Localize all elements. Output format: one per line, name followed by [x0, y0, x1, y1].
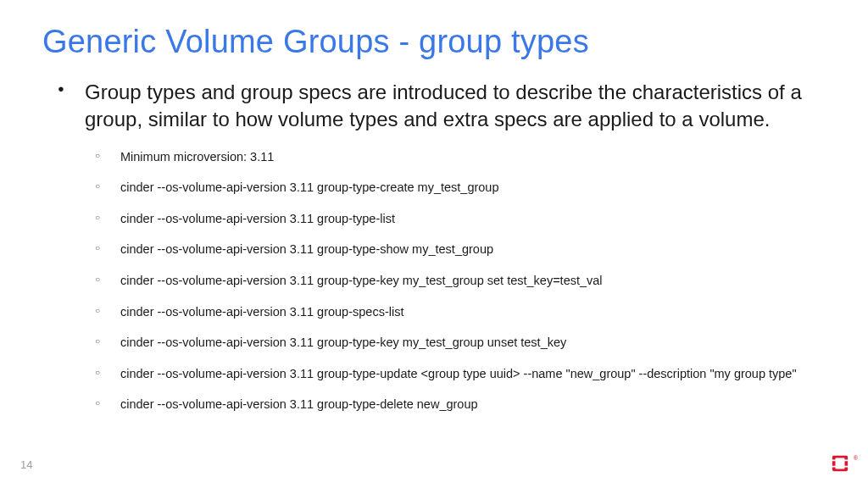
sub-bullet-item: cinder --os-volume-api-version 3.11 grou… [120, 180, 826, 197]
slide-container: Generic Volume Groups - group types Grou… [0, 0, 868, 488]
sub-bullet-item: cinder --os-volume-api-version 3.11 grou… [120, 211, 826, 228]
sub-bullet-item: cinder --os-volume-api-version 3.11 grou… [120, 366, 826, 383]
slide-title: Generic Volume Groups - group types [42, 24, 826, 60]
sub-bullet-item: cinder --os-volume-api-version 3.11 grou… [120, 304, 826, 321]
page-number: 14 [20, 458, 32, 471]
sub-bullet-list: Minimum microversion: 3.11 cinder --os-v… [85, 149, 826, 413]
sub-bullet-item: cinder --os-volume-api-version 3.11 grou… [120, 396, 826, 413]
openstack-logo-icon [831, 454, 849, 473]
main-bullet-list: Group types and group specs are introduc… [42, 79, 826, 413]
sub-bullet-item: cinder --os-volume-api-version 3.11 grou… [120, 335, 826, 352]
main-bullet-item: Group types and group specs are introduc… [85, 79, 826, 413]
sub-bullet-item: cinder --os-volume-api-version 3.11 grou… [120, 241, 826, 258]
sub-bullet-item: Minimum microversion: 3.11 [120, 149, 826, 166]
main-bullet-text: Group types and group specs are introduc… [85, 80, 802, 130]
registered-mark: ® [854, 455, 858, 461]
sub-bullet-item: cinder --os-volume-api-version 3.11 grou… [120, 273, 826, 290]
